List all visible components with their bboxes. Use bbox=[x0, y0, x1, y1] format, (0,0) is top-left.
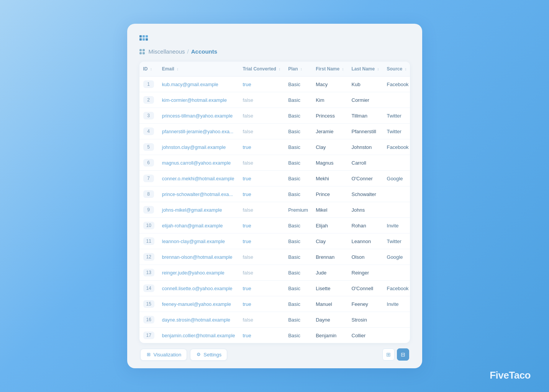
cell-id: 15 bbox=[139, 296, 158, 312]
col-header-source[interactable]: Source ↕ bbox=[383, 62, 410, 77]
table-row: 16dayne.strosin@hotmail.examplefalseBasi… bbox=[139, 312, 410, 328]
cell-last-name: Collier bbox=[348, 328, 383, 343]
email-value: kub.macy@gmail.example bbox=[162, 82, 218, 87]
trial-value: true bbox=[243, 223, 251, 229]
visualization-button[interactable]: ⊞ Visualization bbox=[140, 349, 187, 361]
first-name-value: Jude bbox=[316, 270, 326, 276]
cell-last-name: Pfannerstill bbox=[348, 124, 383, 139]
col-header-plan[interactable]: Plan ↕ bbox=[284, 62, 312, 77]
cell-source bbox=[383, 328, 410, 343]
cell-email: elijah-rohan@gmail.example bbox=[158, 218, 239, 234]
plan-value: Basic bbox=[288, 270, 300, 276]
cell-trial-converted: true bbox=[239, 218, 284, 234]
email-value: magnus.carroll@yahoo.example bbox=[162, 160, 231, 166]
cell-plan: Basic bbox=[284, 186, 312, 202]
col-header-email[interactable]: Email ↕ bbox=[158, 62, 239, 77]
last-name-value: O'Conner bbox=[352, 176, 373, 181]
email-value: conner.o.mekhi@hotmail.example bbox=[162, 176, 234, 181]
id-badge: 3 bbox=[143, 112, 154, 119]
source-value: Invite bbox=[387, 223, 399, 229]
email-value: connell.lisette.o@yahoo.example bbox=[162, 286, 233, 291]
cell-id: 9 bbox=[139, 202, 158, 218]
id-badge: 1 bbox=[143, 80, 154, 88]
plan-value: Basic bbox=[288, 317, 300, 323]
cell-plan: Basic bbox=[284, 155, 312, 171]
source-value: Google bbox=[387, 254, 403, 260]
cell-email: benjamin.collier@hotmail.example bbox=[158, 328, 239, 343]
cell-first-name: Macy bbox=[312, 77, 347, 92]
cell-email: johnston.clay@gmail.example bbox=[158, 139, 239, 155]
plan-value: Basic bbox=[288, 113, 300, 119]
first-name-value: Mekhi bbox=[316, 176, 329, 181]
plan-value: Basic bbox=[288, 144, 300, 150]
last-name-value: Rohan bbox=[352, 223, 366, 229]
source-value: Twitter bbox=[387, 238, 402, 244]
cell-id: 13 bbox=[139, 265, 158, 281]
sort-arrow-firstname: ↕ bbox=[342, 67, 344, 71]
cell-plan: Basic bbox=[284, 92, 312, 108]
cell-source: Twitter bbox=[383, 108, 410, 124]
brand-text: FiveTaco bbox=[490, 369, 531, 381]
cell-source: Facebook bbox=[383, 281, 410, 296]
cell-last-name: Johnston bbox=[348, 139, 383, 155]
cell-id: 2 bbox=[139, 92, 158, 108]
cell-first-name: Jeramie bbox=[312, 124, 347, 139]
last-name-value: Schowalter bbox=[352, 191, 376, 197]
cell-last-name: Leannon bbox=[348, 234, 383, 249]
plan-value: Basic bbox=[288, 191, 300, 197]
cell-email: reinger.jude@yahoo.example bbox=[158, 265, 239, 281]
plan-value: Basic bbox=[288, 176, 300, 181]
cell-id: 16 bbox=[139, 312, 158, 328]
last-name-value: Cormier bbox=[352, 97, 369, 103]
cell-source: Facebook bbox=[383, 77, 410, 92]
app-logo bbox=[139, 35, 410, 41]
col-header-trial-converted[interactable]: Trial Converted ↕ bbox=[239, 62, 284, 77]
cell-plan: Premium bbox=[284, 202, 312, 218]
cell-email: kim-cormier@hotmail.example bbox=[158, 92, 239, 108]
cell-id: 3 bbox=[139, 108, 158, 124]
first-name-value: Benjamin bbox=[316, 333, 336, 338]
cell-source bbox=[383, 202, 410, 218]
cell-first-name: Dayne bbox=[312, 312, 347, 328]
trial-value: true bbox=[243, 286, 251, 291]
source-value: Twitter bbox=[387, 113, 402, 119]
trial-value: false bbox=[243, 160, 253, 166]
table-header-row: ID ↕ Email ↕ Trial Converted ↕ Plan ↕ Fi… bbox=[139, 62, 410, 77]
cell-email: conner.o.mekhi@hotmail.example bbox=[158, 171, 239, 186]
cell-last-name: Reinger bbox=[348, 265, 383, 281]
settings-icon: ⚙ bbox=[196, 352, 201, 357]
table-row: 13reinger.jude@yahoo.examplefalseBasicJu… bbox=[139, 265, 410, 281]
last-name-value: Reinger bbox=[352, 270, 369, 276]
cell-first-name: Mikel bbox=[312, 202, 347, 218]
cell-plan: Basic bbox=[284, 139, 312, 155]
first-name-value: Clay bbox=[316, 238, 326, 244]
sort-arrow-id: ↕ bbox=[150, 67, 152, 71]
cell-email: prince-schowalter@hotmail.exa... bbox=[158, 186, 239, 202]
cell-source bbox=[383, 92, 410, 108]
cell-plan: Basic bbox=[284, 234, 312, 249]
col-header-last-name[interactable]: Last Name ↕ bbox=[348, 62, 383, 77]
table-row: 6magnus.carroll@yahoo.examplefalseBasicM… bbox=[139, 155, 410, 171]
breadcrumb-icon bbox=[139, 49, 145, 54]
cell-first-name: Magnus bbox=[312, 155, 347, 171]
col-header-id[interactable]: ID ↕ bbox=[139, 62, 158, 77]
id-badge: 2 bbox=[143, 96, 154, 104]
trial-value: true bbox=[243, 333, 251, 338]
cell-plan: Basic bbox=[284, 171, 312, 186]
main-card: Miscellaneous / Accounts ID ↕ Email ↕ Tr… bbox=[127, 24, 422, 368]
first-name-value: Jeramie bbox=[316, 129, 333, 134]
cell-email: connell.lisette.o@yahoo.example bbox=[158, 281, 239, 296]
grid-view-button[interactable]: ⊞ bbox=[382, 348, 395, 361]
trial-value: false bbox=[243, 254, 253, 260]
cell-email: dayne.strosin@hotmail.example bbox=[158, 312, 239, 328]
id-badge: 10 bbox=[143, 222, 154, 229]
last-name-value: Tillman bbox=[352, 113, 367, 119]
settings-button[interactable]: ⚙ Settings bbox=[190, 349, 227, 361]
cell-email: pfannerstill-jeramie@yahoo.exa... bbox=[158, 124, 239, 139]
cell-plan: Basic bbox=[284, 328, 312, 343]
first-name-value: Kim bbox=[316, 97, 324, 103]
compact-view-button[interactable]: ⊟ bbox=[397, 348, 409, 361]
col-header-first-name[interactable]: First Name ↕ bbox=[312, 62, 347, 77]
source-value: Facebook bbox=[387, 286, 409, 291]
cell-first-name: Elijah bbox=[312, 218, 347, 234]
